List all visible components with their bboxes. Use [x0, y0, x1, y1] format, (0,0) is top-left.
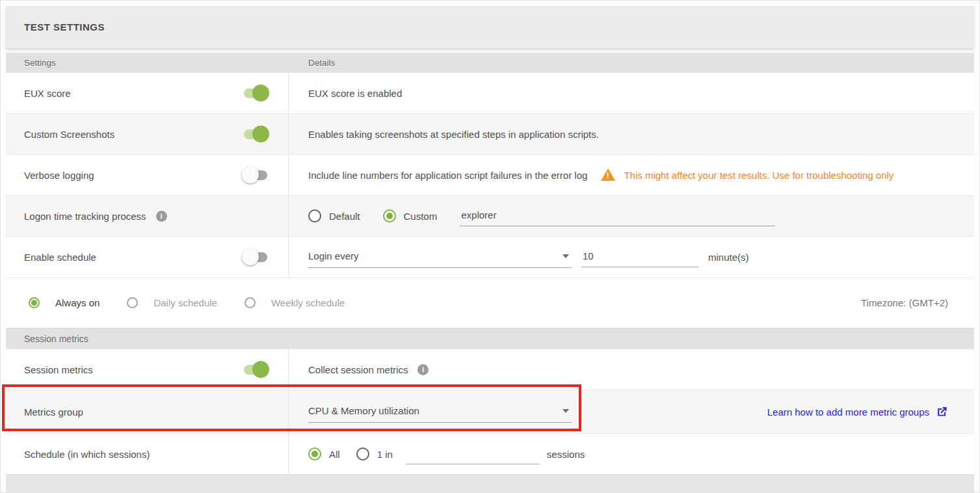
verbose-logging-label-cell: Verbose logging	[6, 155, 289, 195]
custom-screenshots-toggle[interactable]	[244, 129, 267, 139]
row-custom-screenshots: Custom Screenshots Enables taking screen…	[6, 113, 974, 154]
toggle-knob	[242, 167, 259, 183]
all-sessions-radio[interactable]	[308, 447, 321, 460]
always-on-label: Always on	[55, 297, 99, 308]
logon-tracking-label: Logon time tracking process	[24, 211, 146, 222]
learn-more-metric-groups-link[interactable]: Learn how to add more metric groups	[767, 406, 948, 418]
toggle-knob	[252, 126, 269, 142]
schedule-mode-always-on: Always on	[29, 297, 99, 308]
logon-tracking-detail-cell: Default Custom	[289, 196, 974, 236]
row-session-metrics: Session metrics Collect session metrics …	[6, 349, 974, 390]
login-interval-dropdown-value: Login every	[308, 250, 359, 261]
always-on-radio[interactable]	[29, 297, 40, 308]
one-in-sessions-input[interactable]	[406, 444, 539, 464]
session-metrics-detail: Collect session metrics	[308, 364, 408, 375]
eux-score-detail: EUX score is enabled	[308, 88, 402, 99]
enable-schedule-toggle[interactable]	[244, 252, 267, 262]
daily-schedule-radio[interactable]	[127, 297, 138, 308]
learn-more-link-label: Learn how to add more metric groups	[767, 406, 929, 418]
column-header-details-cell: Details	[289, 53, 974, 72]
eux-score-label-cell: EUX score	[6, 73, 289, 113]
session-metrics-detail-cell: Collect session metrics i	[289, 349, 974, 390]
daily-schedule-label: Daily schedule	[153, 297, 217, 308]
test-settings-page: TEST SETTINGS Settings Details EUX score…	[0, 0, 980, 493]
row-schedule-mode: Always on Daily schedule Weekly schedule…	[6, 277, 974, 328]
page-title: TEST SETTINGS	[24, 21, 105, 33]
session-metrics-label-cell: Session metrics	[6, 349, 289, 390]
logon-process-input[interactable]	[460, 206, 775, 226]
row-verbose-logging: Verbose logging Include line numbers for…	[6, 154, 974, 195]
section-header-label: Session metrics	[24, 334, 88, 344]
metrics-group-dropdown-value: CPU & Memory utilization	[308, 405, 419, 416]
session-metrics-label: Session metrics	[24, 364, 93, 375]
settings-table: Settings Details EUX score EUX score is …	[6, 53, 974, 493]
row-eux-score: EUX score EUX score is enabled	[6, 72, 974, 113]
logon-default-radio[interactable]	[308, 209, 321, 222]
external-link-icon	[936, 406, 948, 418]
enable-schedule-label: Enable schedule	[24, 252, 96, 263]
logon-custom-label: Custom	[404, 211, 438, 222]
metrics-group-detail-cell: CPU & Memory utilization Learn how to ad…	[289, 390, 974, 433]
page-title-bar: TEST SETTINGS	[6, 6, 974, 48]
info-icon[interactable]: i	[417, 364, 429, 375]
eux-score-detail-cell: EUX score is enabled	[289, 73, 974, 113]
one-in-label: 1 in	[377, 449, 393, 460]
custom-screenshots-detail-cell: Enables taking screenshots at specified …	[289, 114, 974, 154]
table-footer-band	[6, 474, 974, 493]
metrics-group-label-cell: Metrics group	[6, 390, 289, 433]
metrics-group-label: Metrics group	[24, 406, 83, 418]
verbose-logging-detail: Include line numbers for application scr…	[308, 170, 587, 181]
verbose-logging-label: Verbose logging	[24, 170, 94, 181]
verbose-logging-detail-cell: Include line numbers for application scr…	[289, 155, 974, 195]
weekly-schedule-label: Weekly schedule	[271, 297, 345, 308]
custom-screenshots-detail: Enables taking screenshots at specified …	[308, 129, 599, 140]
column-header-settings: Settings	[24, 58, 56, 68]
session-schedule-label: Schedule (in which sessions)	[24, 449, 150, 460]
chevron-down-icon	[563, 254, 569, 258]
session-schedule-label-cell: Schedule (in which sessions)	[6, 434, 289, 474]
chevron-down-icon	[563, 409, 569, 413]
logon-custom-radio[interactable]	[383, 209, 396, 222]
column-header-settings-cell: Settings	[6, 53, 289, 72]
session-schedule-detail-cell: All 1 in sessions	[289, 434, 974, 474]
schedule-mode-daily: Daily schedule	[127, 297, 217, 308]
one-in-radio[interactable]	[356, 447, 369, 460]
session-metrics-toggle[interactable]	[244, 365, 267, 375]
interval-minutes-input[interactable]	[581, 246, 698, 267]
row-enable-schedule: Enable schedule Login every minute(s)	[6, 236, 974, 277]
row-logon-time-tracking: Logon time tracking process i Default Cu…	[6, 195, 974, 236]
column-header-details: Details	[308, 58, 335, 68]
weekly-schedule-radio[interactable]	[245, 297, 256, 308]
interval-unit-label: minute(s)	[708, 252, 749, 263]
toggle-knob	[252, 85, 269, 101]
verbose-logging-toggle[interactable]	[244, 170, 267, 180]
eux-score-toggle[interactable]	[244, 88, 267, 98]
verbose-logging-warning: This might affect your test results. Use…	[624, 170, 894, 181]
logon-default-label: Default	[329, 211, 360, 222]
enable-schedule-detail-cell: Login every minute(s)	[289, 237, 974, 277]
sessions-unit-label: sessions	[547, 449, 585, 460]
metrics-group-dropdown[interactable]: CPU & Memory utilization	[308, 401, 572, 423]
schedule-mode-weekly: Weekly schedule	[245, 297, 345, 308]
toggle-knob	[252, 361, 269, 378]
login-interval-dropdown[interactable]: Login every	[308, 246, 572, 268]
info-icon[interactable]: i	[156, 211, 167, 222]
section-header-session-metrics: Session metrics	[6, 328, 974, 349]
toggle-knob	[242, 248, 259, 265]
eux-score-label: EUX score	[24, 88, 71, 99]
logon-tracking-label-cell: Logon time tracking process i	[6, 196, 289, 236]
warning-triangle-icon	[600, 168, 616, 181]
all-sessions-label: All	[329, 449, 340, 460]
row-metrics-group: Metrics group CPU & Memory utilization L…	[6, 390, 974, 433]
row-session-schedule: Schedule (in which sessions) All 1 in se…	[6, 433, 974, 474]
custom-screenshots-label-cell: Custom Screenshots	[6, 114, 289, 154]
enable-schedule-label-cell: Enable schedule	[6, 237, 289, 277]
custom-screenshots-label: Custom Screenshots	[24, 129, 114, 140]
timezone-label: Timezone: (GMT+2)	[861, 297, 948, 308]
table-header-row: Settings Details	[6, 53, 974, 72]
